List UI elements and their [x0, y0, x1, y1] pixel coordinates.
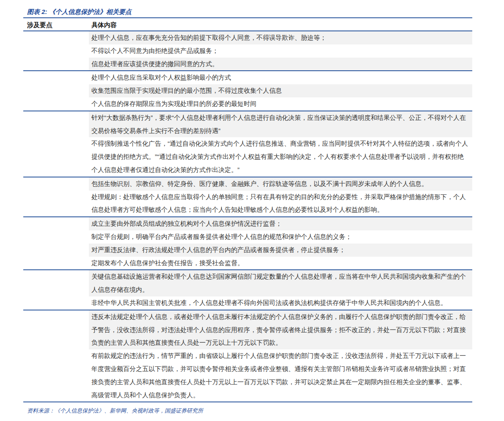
group-items: 处理个人信息，应在事先充分告知的前提下取得个人同意，不得误导欺诈、胁迫等；不得以…	[89, 31, 472, 70]
group-items: 关键信息基础设施运营者和处理个人信息达到国家网信部门规定数量的个人信息处理者，应…	[89, 270, 472, 309]
group-items: 包括生物识别、宗教信仰、特定身份、医疗健康、金融账户、行踪轨迹等信息，以及不满十…	[89, 177, 472, 216]
table-group: 成立主要由外部成员组成的独立机构对个人信息保护情况进行监督；制定平台规则，明确平…	[23, 216, 472, 269]
content-cell: 处理个人信息，应在事先充分告知的前提下取得个人同意，不得误导欺诈、胁迫等；	[89, 31, 472, 44]
content-cell: 处理规则：处理敏感个人信息应当取得个人的单独同意；只有在具有特定的目的和充分的必…	[89, 191, 472, 217]
content-cell: 违反本法规定处理个人信息，或者处理个人信息未履行本法规定的个人信息保护义务的，由…	[89, 310, 472, 349]
content-cell: 信息处理者应该提供便捷的撤回同意的方式。	[89, 58, 472, 71]
header-specific-content: 具体内容	[89, 18, 472, 30]
table-body: 处理个人信息，应在事先充分告知的前提下取得个人同意，不得误导欺诈、胁迫等；不得以…	[23, 31, 472, 402]
group-items: 违反本法规定处理个人信息，或者处理个人信息未履行本法规定的个人信息保护义务的，由…	[89, 310, 472, 402]
content-cell: 关键信息基础设施运营者和处理个人信息达到国家网信部门规定数量的个人信息处理者，应…	[89, 270, 472, 296]
category-cell	[23, 71, 89, 110]
report-table: 图表 2: 《个人信息保护法》相关要点 涉及要点 具体内容 处理个人信息，应在事…	[23, 5, 472, 415]
chart-title: 图表 2: 《个人信息保护法》相关要点	[23, 5, 472, 18]
group-items: 处理个人信息应当采取对个人权益影响最小的方式收集范围应当限于实现处理目的的最小范…	[89, 71, 472, 110]
category-cell	[23, 217, 89, 269]
category-cell	[23, 310, 89, 402]
table-header-row: 涉及要点 具体内容	[23, 18, 472, 31]
category-cell	[23, 270, 89, 309]
content-cell: 非经中华人民共和国主管机关批准，个人信息处理者不得向外国司法或者执法机构提供存储…	[89, 296, 472, 310]
table-group: 违反本法规定处理个人信息，或者处理个人信息未履行本法规定的个人信息保护义务的，由…	[23, 310, 472, 402]
content-cell: 成立主要由外部成员组成的独立机构对个人信息保护情况进行监督；	[89, 217, 472, 230]
category-cell	[23, 111, 89, 177]
table-group: 关键信息基础设施运营者和处理个人信息达到国家网信部门规定数量的个人信息处理者，应…	[23, 269, 472, 309]
table-group: 包括生物识别、宗教信仰、特定身份、医疗健康、金融账户、行踪轨迹等信息，以及不满十…	[23, 177, 472, 216]
content-cell: 针对“大数据杀熟行为”，要求“个人信息处理者利用个人信息进行自动化决策，应当保证…	[89, 111, 472, 138]
table-group: 处理个人信息应当采取对个人权益影响最小的方式收集范围应当限于实现处理目的的最小范…	[23, 70, 472, 110]
group-items: 针对“大数据杀熟行为”，要求“个人信息处理者利用个人信息进行自动化决策，应当保证…	[89, 111, 472, 177]
source-note: 资料来源：《个人信息保护法》、新华网、央视时政等，国盛证券研究所	[23, 402, 472, 415]
content-cell: 包括生物识别、宗教信仰、特定身份、医疗健康、金融账户、行踪轨迹等信息，以及不满十…	[89, 177, 472, 191]
table-group: 针对“大数据杀熟行为”，要求“个人信息处理者利用个人信息进行自动化决策，应当保证…	[23, 111, 472, 177]
group-items: 成立主要由外部成员组成的独立机构对个人信息保护情况进行监督；制定平台规则，明确平…	[89, 217, 472, 269]
category-cell	[23, 177, 89, 216]
content-cell: 收集范围应当限于实现处理目的的最小范围，不得过度收集个人信息	[89, 84, 472, 97]
content-cell: 个人信息的保存期限应当为实现处理目的所必要的最短时间	[89, 97, 472, 111]
table-group: 处理个人信息，应在事先充分告知的前提下取得个人同意，不得误导欺诈、胁迫等；不得以…	[23, 31, 472, 70]
content-cell: 定期发布个人信息保护社会责任报告，接受社会监督。	[89, 257, 472, 270]
content-cell: 制定平台规则，明确平台内产品或者服务提供者处理个人信息的规范和保护个人信息的义务…	[89, 230, 472, 244]
category-cell	[23, 31, 89, 70]
content-cell: 处理个人信息应当采取对个人权益影响最小的方式	[89, 71, 472, 84]
content-cell: 不得强制推送个性化广告，“通过自动化决策方式向个人进行信息推送、商业营销，应当同…	[89, 137, 472, 176]
header-involved-points: 涉及要点	[23, 18, 89, 30]
content-cell: 不得以个人不同意为由拒绝提供产品或服务；	[89, 44, 472, 58]
content-cell: 对严重违反法律、行政法规处理个人信息的平台内的产品或者服务提供者，停止提供服务；	[89, 244, 472, 257]
content-cell: 有前款规定的违法行为，情节严重的，由省级以上履行个人信息保护职责的部门责令改正，…	[89, 349, 472, 402]
